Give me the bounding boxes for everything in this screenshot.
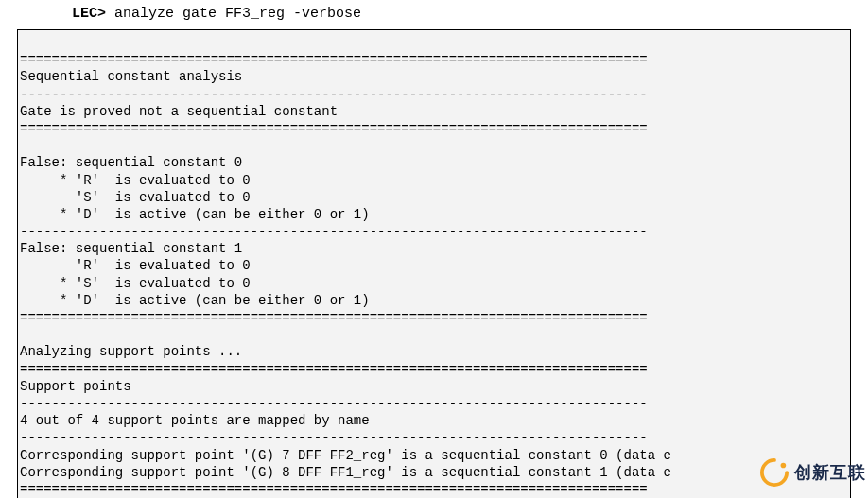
false0-header: False: sequential constant 0 (20, 155, 242, 170)
false1-header: False: sequential constant 1 (20, 241, 242, 256)
separator-dash: ----------------------------------------… (20, 224, 648, 239)
false0-s: 'S' is evaluated to 0 (20, 190, 251, 205)
command-prompt-line: LEC> analyze gate FF3_reg -verbose (0, 0, 868, 27)
separator-double: ========================================… (20, 121, 648, 136)
separator-double: ========================================… (20, 362, 648, 377)
corresponding-2: Corresponding support point '(G) 8 DFF F… (20, 465, 671, 480)
separator-double: ========================================… (20, 52, 648, 67)
false1-d: * 'D' is active (can be either 0 or 1) (20, 293, 370, 308)
support-count: 4 out of 4 support points are mapped by … (20, 413, 370, 428)
separator-dash: ----------------------------------------… (20, 430, 648, 445)
command-text: analyze gate FF3_reg -verbose (106, 6, 361, 22)
watermark-text: 创新互联 (794, 461, 866, 484)
corresponding-1: Corresponding support point '(G) 7 DFF F… (20, 448, 671, 463)
watermark-logo-icon (760, 458, 789, 487)
prompt-label: LEC> (72, 6, 106, 22)
separator-dash: ----------------------------------------… (20, 87, 648, 102)
watermark: 创新互联 (758, 455, 868, 490)
separator-double: ========================================… (20, 310, 648, 325)
separator-double: ========================================… (20, 482, 648, 497)
result-line: Gate is proved not a sequential constant (20, 104, 338, 119)
support-header: Support points (20, 379, 131, 394)
false1-r: 'R' is evaluated to 0 (20, 258, 251, 273)
separator-dash: ----------------------------------------… (20, 396, 648, 411)
terminal-output: ========================================… (17, 29, 851, 498)
false1-s: * 'S' is evaluated to 0 (20, 276, 251, 291)
svg-point-0 (781, 463, 787, 469)
section-header: Sequential constant analysis (20, 69, 242, 84)
false0-d: * 'D' is active (can be either 0 or 1) (20, 207, 370, 222)
false0-r: * 'R' is evaluated to 0 (20, 173, 251, 188)
analyzing-line: Analyzing support points ... (20, 344, 242, 359)
